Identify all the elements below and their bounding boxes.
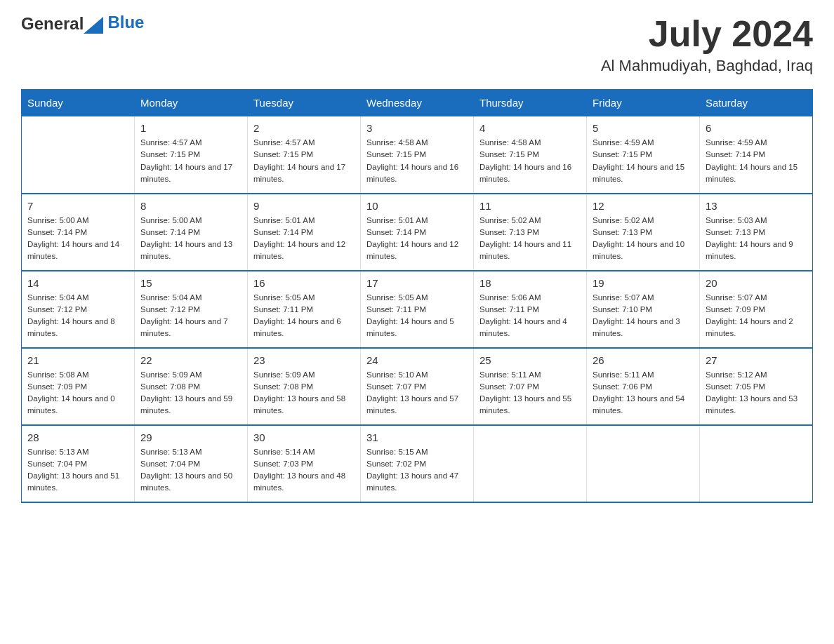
day-detail: Sunrise: 5:04 AMSunset: 7:12 PMDaylight:… (27, 292, 128, 340)
col-sunday: Sunday (22, 90, 135, 116)
col-thursday: Thursday (474, 90, 587, 116)
day-detail: Sunrise: 5:11 AMSunset: 7:06 PMDaylight:… (593, 369, 694, 417)
day-detail: Sunrise: 4:59 AMSunset: 7:14 PMDaylight:… (706, 137, 807, 185)
day-detail: Sunrise: 5:12 AMSunset: 7:05 PMDaylight:… (706, 369, 807, 417)
calendar-week-row: 14Sunrise: 5:04 AMSunset: 7:12 PMDayligh… (22, 271, 813, 348)
day-detail: Sunrise: 5:02 AMSunset: 7:13 PMDaylight:… (479, 215, 581, 263)
day-detail: Sunrise: 4:58 AMSunset: 7:15 PMDaylight:… (366, 137, 468, 185)
calendar-cell: 29Sunrise: 5:13 AMSunset: 7:04 PMDayligh… (135, 425, 248, 502)
calendar-cell: 11Sunrise: 5:02 AMSunset: 7:13 PMDayligh… (474, 194, 587, 271)
calendar-cell: 18Sunrise: 5:06 AMSunset: 7:11 PMDayligh… (474, 271, 587, 348)
calendar-cell: 17Sunrise: 5:05 AMSunset: 7:11 PMDayligh… (361, 271, 474, 348)
day-detail: Sunrise: 5:00 AMSunset: 7:14 PMDaylight:… (27, 215, 128, 263)
day-number: 29 (140, 431, 241, 443)
day-number: 24 (366, 354, 468, 366)
calendar-cell (700, 425, 813, 502)
day-detail: Sunrise: 5:00 AMSunset: 7:14 PMDaylight:… (140, 215, 241, 263)
day-number: 12 (593, 200, 694, 212)
day-detail: Sunrise: 5:07 AMSunset: 7:09 PMDaylight:… (706, 292, 807, 340)
calendar-table: Sunday Monday Tuesday Wednesday Thursday… (21, 89, 813, 503)
svg-marker-0 (84, 17, 103, 34)
page-header: General Blue July 2024 Al Mahmudiyah, Ba… (21, 14, 813, 75)
day-number: 1 (140, 122, 241, 134)
day-detail: Sunrise: 5:05 AMSunset: 7:11 PMDaylight:… (253, 292, 355, 340)
calendar-cell: 14Sunrise: 5:04 AMSunset: 7:12 PMDayligh… (22, 271, 135, 348)
calendar-cell: 9Sunrise: 5:01 AMSunset: 7:14 PMDaylight… (248, 194, 361, 271)
col-friday: Friday (587, 90, 700, 116)
day-number: 27 (706, 354, 807, 366)
day-number: 2 (253, 122, 355, 134)
day-detail: Sunrise: 5:08 AMSunset: 7:09 PMDaylight:… (27, 369, 128, 417)
day-number: 30 (253, 431, 355, 443)
day-number: 10 (366, 200, 468, 212)
calendar-cell (22, 116, 135, 194)
title-block: July 2024 Al Mahmudiyah, Baghdad, Iraq (601, 14, 813, 75)
calendar-cell: 16Sunrise: 5:05 AMSunset: 7:11 PMDayligh… (248, 271, 361, 348)
calendar-cell: 7Sunrise: 5:00 AMSunset: 7:14 PMDaylight… (22, 194, 135, 271)
col-monday: Monday (135, 90, 248, 116)
day-detail: Sunrise: 5:13 AMSunset: 7:04 PMDaylight:… (140, 446, 241, 495)
day-number: 19 (593, 277, 694, 289)
day-number: 28 (27, 431, 128, 443)
day-number: 7 (27, 200, 128, 212)
day-detail: Sunrise: 5:09 AMSunset: 7:08 PMDaylight:… (253, 369, 355, 417)
day-detail: Sunrise: 5:01 AMSunset: 7:14 PMDaylight:… (253, 215, 355, 263)
day-detail: Sunrise: 5:05 AMSunset: 7:11 PMDaylight:… (366, 292, 468, 340)
day-number: 23 (253, 354, 355, 366)
calendar-cell: 25Sunrise: 5:11 AMSunset: 7:07 PMDayligh… (474, 348, 587, 425)
calendar-cell: 19Sunrise: 5:07 AMSunset: 7:10 PMDayligh… (587, 271, 700, 348)
day-number: 18 (479, 277, 581, 289)
calendar-cell: 31Sunrise: 5:15 AMSunset: 7:02 PMDayligh… (361, 425, 474, 502)
calendar-week-row: 7Sunrise: 5:00 AMSunset: 7:14 PMDaylight… (22, 194, 813, 271)
day-detail: Sunrise: 5:13 AMSunset: 7:04 PMDaylight:… (27, 446, 128, 495)
calendar-week-row: 28Sunrise: 5:13 AMSunset: 7:04 PMDayligh… (22, 425, 813, 502)
logo-triangle-icon (84, 14, 103, 34)
day-number: 6 (706, 122, 807, 134)
day-number: 8 (140, 200, 241, 212)
day-number: 14 (27, 277, 128, 289)
calendar-week-row: 1Sunrise: 4:57 AMSunset: 7:15 PMDaylight… (22, 116, 813, 194)
day-detail: Sunrise: 5:07 AMSunset: 7:10 PMDaylight:… (593, 292, 694, 340)
day-detail: Sunrise: 5:03 AMSunset: 7:13 PMDaylight:… (706, 215, 807, 263)
location-subtitle: Al Mahmudiyah, Baghdad, Iraq (601, 57, 813, 75)
calendar-cell: 10Sunrise: 5:01 AMSunset: 7:14 PMDayligh… (361, 194, 474, 271)
col-saturday: Saturday (700, 90, 813, 116)
day-number: 20 (706, 277, 807, 289)
day-detail: Sunrise: 5:14 AMSunset: 7:03 PMDaylight:… (253, 446, 355, 495)
calendar-cell (474, 425, 587, 502)
day-detail: Sunrise: 5:15 AMSunset: 7:02 PMDaylight:… (366, 446, 468, 495)
calendar-cell: 26Sunrise: 5:11 AMSunset: 7:06 PMDayligh… (587, 348, 700, 425)
day-number: 5 (593, 122, 694, 134)
col-tuesday: Tuesday (248, 90, 361, 116)
calendar-cell: 22Sunrise: 5:09 AMSunset: 7:08 PMDayligh… (135, 348, 248, 425)
calendar-cell: 8Sunrise: 5:00 AMSunset: 7:14 PMDaylight… (135, 194, 248, 271)
month-year-title: July 2024 (601, 14, 813, 54)
col-wednesday: Wednesday (361, 90, 474, 116)
calendar-cell: 15Sunrise: 5:04 AMSunset: 7:12 PMDayligh… (135, 271, 248, 348)
day-detail: Sunrise: 5:02 AMSunset: 7:13 PMDaylight:… (593, 215, 694, 263)
calendar-cell: 21Sunrise: 5:08 AMSunset: 7:09 PMDayligh… (22, 348, 135, 425)
day-detail: Sunrise: 5:06 AMSunset: 7:11 PMDaylight:… (479, 292, 581, 340)
calendar-cell: 20Sunrise: 5:07 AMSunset: 7:09 PMDayligh… (700, 271, 813, 348)
calendar-cell: 3Sunrise: 4:58 AMSunset: 7:15 PMDaylight… (361, 116, 474, 194)
day-number: 11 (479, 200, 581, 212)
day-detail: Sunrise: 4:57 AMSunset: 7:15 PMDaylight:… (140, 137, 241, 185)
day-number: 21 (27, 354, 128, 366)
calendar-cell: 23Sunrise: 5:09 AMSunset: 7:08 PMDayligh… (248, 348, 361, 425)
logo-blue-text: Blue (107, 13, 144, 32)
calendar-cell: 1Sunrise: 4:57 AMSunset: 7:15 PMDaylight… (135, 116, 248, 194)
day-number: 16 (253, 277, 355, 289)
calendar-cell: 6Sunrise: 4:59 AMSunset: 7:14 PMDaylight… (700, 116, 813, 194)
day-detail: Sunrise: 5:04 AMSunset: 7:12 PMDaylight:… (140, 292, 241, 340)
day-number: 13 (706, 200, 807, 212)
day-number: 25 (479, 354, 581, 366)
day-number: 26 (593, 354, 694, 366)
logo-general-text: General (21, 14, 84, 34)
day-detail: Sunrise: 5:11 AMSunset: 7:07 PMDaylight:… (479, 369, 581, 417)
calendar-header-row: Sunday Monday Tuesday Wednesday Thursday… (22, 90, 813, 116)
calendar-cell: 13Sunrise: 5:03 AMSunset: 7:13 PMDayligh… (700, 194, 813, 271)
day-number: 9 (253, 200, 355, 212)
day-detail: Sunrise: 4:57 AMSunset: 7:15 PMDaylight:… (253, 137, 355, 185)
day-detail: Sunrise: 5:01 AMSunset: 7:14 PMDaylight:… (366, 215, 468, 263)
day-number: 15 (140, 277, 241, 289)
